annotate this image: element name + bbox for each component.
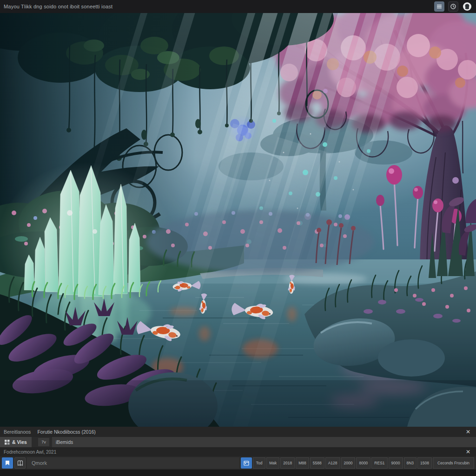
notes-button[interactable]: [14, 457, 26, 469]
range-button[interactable]: RES1: [371, 457, 387, 469]
range-button[interactable]: 2000: [341, 457, 356, 469]
panel-list-icon[interactable]: [434, 1, 444, 12]
range-button[interactable]: 2018: [280, 457, 295, 469]
bookmark-icon: [5, 460, 10, 466]
account-circle-icon[interactable]: [462, 1, 472, 12]
range-button-group: Tod Mak 2018 M88 5588 A128 2000 8000 RES…: [241, 457, 474, 469]
range-button[interactable]: 8N3: [404, 457, 417, 469]
range-button[interactable]: Tod: [253, 457, 265, 469]
info-bar: Bereitlanoos Forutie Nkodiibocss (2016) …: [0, 427, 476, 437]
close-icon[interactable]: ✕: [464, 448, 472, 456]
close-icon[interactable]: ✕: [464, 428, 472, 436]
range-button[interactable]: 5588: [310, 457, 324, 469]
window-title: Mayou Tlikk dng soido onot iboit soneett…: [4, 4, 430, 9]
status-label: Fodrehcomoon Awl, 2021: [4, 450, 464, 455]
range-button[interactable]: A128: [325, 457, 340, 469]
history-clock-icon[interactable]: [448, 1, 458, 12]
titlebar: Mayou Tlikk dng soido onot iboit soneett…: [0, 0, 476, 13]
bottom-panel: Bereitlanoos Forutie Nkodiibocss (2016) …: [0, 427, 476, 476]
info-title: Forutie Nkodiibocss (2016): [37, 429, 457, 435]
bookmark-button[interactable]: [2, 457, 13, 469]
range-button[interactable]: M88: [296, 457, 309, 469]
views-button-label: & Vies: [12, 439, 27, 445]
info-label: Bereitlanoos: [4, 429, 31, 435]
app-window: Mayou Tlikk dng soido onot iboit soneett…: [0, 0, 476, 476]
range-button[interactable]: 1508: [417, 457, 432, 469]
grid-icon: [5, 440, 10, 445]
views-button[interactable]: & Vies: [0, 437, 32, 447]
range-button[interactable]: Mak: [266, 457, 279, 469]
filter-chip[interactable]: 7v: [38, 438, 49, 446]
calendar-button[interactable]: [241, 457, 252, 469]
filter-bar: & Vies 7v: [0, 437, 476, 447]
status-bar: Fodrehcomoon Awl, 2021 ✕: [0, 447, 476, 456]
filter-input[interactable]: [52, 437, 476, 447]
book-icon: [17, 460, 23, 466]
range-button[interactable]: 8000: [356, 457, 370, 469]
wide-range-button[interactable]: Ceconds Frocubin: [433, 457, 474, 469]
calendar-icon: [244, 460, 249, 466]
toolbar: Tod Mak 2018 M88 5588 A128 2000 8000 RES…: [0, 456, 476, 469]
bottom-strip: [0, 469, 476, 476]
range-button[interactable]: 9000: [389, 457, 403, 469]
search-input[interactable]: [27, 457, 239, 469]
scene-image: [0, 13, 476, 427]
